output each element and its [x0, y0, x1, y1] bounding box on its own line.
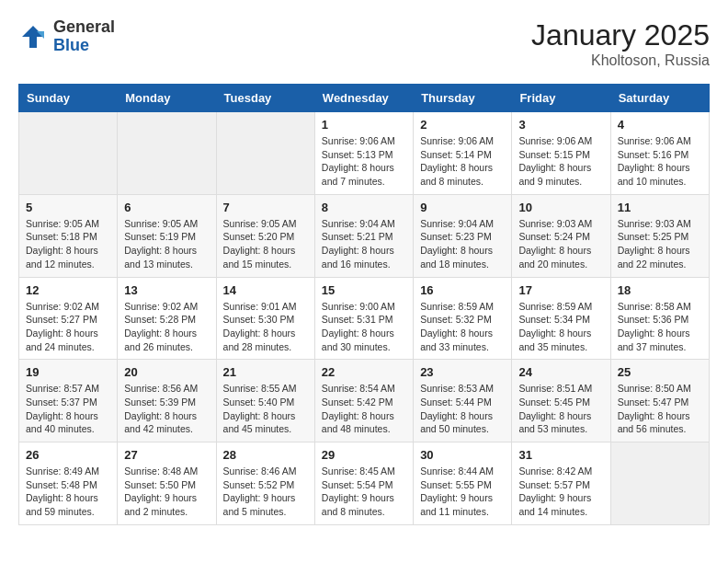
day-info: Sunrise: 8:54 AM Sunset: 5:42 PM Dayligh…	[322, 382, 406, 436]
day-number: 1	[322, 118, 406, 132]
day-info: Sunrise: 8:42 AM Sunset: 5:57 PM Dayligh…	[518, 465, 603, 519]
day-number: 25	[618, 365, 702, 379]
location-subtitle: Kholtoson, Russia	[531, 52, 710, 69]
day-number: 8	[322, 201, 406, 214]
calendar-header: SundayMondayTuesdayWednesdayThursdayFrid…	[19, 85, 710, 112]
day-number: 24	[518, 365, 603, 379]
day-number: 18	[618, 283, 702, 297]
day-cell: 5Sunrise: 9:05 AM Sunset: 5:18 PM Daylig…	[19, 194, 118, 277]
svg-marker-0	[22, 26, 44, 48]
weekday-row: SundayMondayTuesdayWednesdayThursdayFrid…	[19, 85, 710, 112]
weekday-header-saturday: Saturday	[610, 85, 709, 112]
day-cell: 4Sunrise: 9:06 AM Sunset: 5:16 PM Daylig…	[610, 112, 709, 195]
day-cell: 8Sunrise: 9:04 AM Sunset: 5:21 PM Daylig…	[314, 194, 413, 277]
day-info: Sunrise: 8:58 AM Sunset: 5:36 PM Dayligh…	[618, 300, 702, 354]
day-number: 13	[124, 283, 209, 297]
day-info: Sunrise: 8:53 AM Sunset: 5:44 PM Dayligh…	[420, 382, 505, 436]
day-cell: 16Sunrise: 8:59 AM Sunset: 5:32 PM Dayli…	[414, 277, 512, 360]
day-cell: 9Sunrise: 9:04 AM Sunset: 5:23 PM Daylig…	[414, 194, 512, 277]
day-info: Sunrise: 9:05 AM Sunset: 5:20 PM Dayligh…	[223, 217, 308, 271]
day-cell: 15Sunrise: 9:00 AM Sunset: 5:31 PM Dayli…	[314, 277, 413, 360]
day-info: Sunrise: 9:01 AM Sunset: 5:30 PM Dayligh…	[223, 300, 308, 354]
day-info: Sunrise: 9:03 AM Sunset: 5:25 PM Dayligh…	[618, 217, 702, 271]
day-number: 16	[420, 283, 505, 297]
day-number: 21	[223, 365, 308, 379]
day-info: Sunrise: 8:44 AM Sunset: 5:55 PM Dayligh…	[420, 465, 505, 519]
day-number: 5	[26, 201, 110, 214]
day-info: Sunrise: 8:46 AM Sunset: 5:52 PM Dayligh…	[223, 465, 308, 519]
title-block: January 2025 Kholtoson, Russia	[531, 18, 710, 69]
week-row-5: 26Sunrise: 8:49 AM Sunset: 5:48 PM Dayli…	[19, 442, 710, 525]
day-info: Sunrise: 9:06 AM Sunset: 5:14 PM Dayligh…	[420, 134, 505, 189]
day-info: Sunrise: 8:56 AM Sunset: 5:39 PM Dayligh…	[124, 382, 209, 436]
day-cell: 7Sunrise: 9:05 AM Sunset: 5:20 PM Daylig…	[216, 194, 314, 277]
day-number: 20	[124, 365, 209, 379]
day-info: Sunrise: 9:04 AM Sunset: 5:21 PM Dayligh…	[322, 217, 406, 271]
day-info: Sunrise: 9:02 AM Sunset: 5:27 PM Dayligh…	[26, 300, 110, 354]
day-number: 23	[420, 365, 505, 379]
day-cell	[216, 112, 314, 195]
day-info: Sunrise: 9:06 AM Sunset: 5:15 PM Dayligh…	[518, 134, 603, 189]
day-cell: 14Sunrise: 9:01 AM Sunset: 5:30 PM Dayli…	[216, 277, 314, 360]
calendar-body: 1Sunrise: 9:06 AM Sunset: 5:13 PM Daylig…	[19, 112, 710, 525]
logo: General Blue	[18, 18, 115, 55]
day-info: Sunrise: 8:48 AM Sunset: 5:50 PM Dayligh…	[124, 465, 209, 519]
day-cell: 13Sunrise: 9:02 AM Sunset: 5:28 PM Dayli…	[118, 277, 216, 360]
day-number: 28	[223, 448, 308, 462]
day-number: 30	[420, 448, 505, 462]
day-number: 22	[322, 365, 406, 379]
day-cell: 29Sunrise: 8:45 AM Sunset: 5:54 PM Dayli…	[314, 442, 413, 525]
day-info: Sunrise: 9:04 AM Sunset: 5:23 PM Dayligh…	[420, 217, 505, 271]
weekday-header-monday: Monday	[118, 85, 216, 112]
day-info: Sunrise: 9:06 AM Sunset: 5:13 PM Dayligh…	[322, 134, 406, 189]
weekday-header-tuesday: Tuesday	[216, 85, 314, 112]
day-info: Sunrise: 9:03 AM Sunset: 5:24 PM Dayligh…	[518, 217, 603, 271]
day-cell: 6Sunrise: 9:05 AM Sunset: 5:19 PM Daylig…	[118, 194, 216, 277]
day-cell: 30Sunrise: 8:44 AM Sunset: 5:55 PM Dayli…	[414, 442, 512, 525]
page-header: General Blue January 2025 Kholtoson, Rus…	[18, 18, 710, 69]
day-number: 7	[223, 201, 308, 214]
week-row-3: 12Sunrise: 9:02 AM Sunset: 5:27 PM Dayli…	[19, 277, 710, 360]
day-info: Sunrise: 9:02 AM Sunset: 5:28 PM Dayligh…	[124, 300, 209, 354]
day-cell: 1Sunrise: 9:06 AM Sunset: 5:13 PM Daylig…	[314, 112, 413, 195]
day-info: Sunrise: 9:06 AM Sunset: 5:16 PM Dayligh…	[618, 134, 702, 189]
day-cell: 28Sunrise: 8:46 AM Sunset: 5:52 PM Dayli…	[216, 442, 314, 525]
day-cell	[19, 112, 118, 195]
day-info: Sunrise: 8:50 AM Sunset: 5:47 PM Dayligh…	[618, 382, 702, 436]
day-cell: 2Sunrise: 9:06 AM Sunset: 5:14 PM Daylig…	[414, 112, 512, 195]
day-cell: 11Sunrise: 9:03 AM Sunset: 5:25 PM Dayli…	[610, 194, 709, 277]
day-cell: 26Sunrise: 8:49 AM Sunset: 5:48 PM Dayli…	[19, 442, 118, 525]
day-number: 10	[518, 201, 603, 214]
day-cell: 24Sunrise: 8:51 AM Sunset: 5:45 PM Dayli…	[512, 360, 610, 442]
day-info: Sunrise: 9:05 AM Sunset: 5:18 PM Dayligh…	[26, 217, 110, 271]
weekday-header-sunday: Sunday	[19, 85, 118, 112]
day-cell: 23Sunrise: 8:53 AM Sunset: 5:44 PM Dayli…	[414, 360, 512, 442]
day-info: Sunrise: 8:59 AM Sunset: 5:34 PM Dayligh…	[518, 300, 603, 354]
day-number: 2	[420, 118, 505, 132]
day-info: Sunrise: 9:05 AM Sunset: 5:19 PM Dayligh…	[124, 217, 209, 271]
day-cell: 10Sunrise: 9:03 AM Sunset: 5:24 PM Dayli…	[512, 194, 610, 277]
weekday-header-friday: Friday	[512, 85, 610, 112]
day-number: 9	[420, 201, 505, 214]
day-info: Sunrise: 8:55 AM Sunset: 5:40 PM Dayligh…	[223, 382, 308, 436]
day-number: 3	[518, 118, 603, 132]
weekday-header-thursday: Thursday	[414, 85, 512, 112]
weekday-header-wednesday: Wednesday	[314, 85, 413, 112]
logo-icon	[18, 22, 48, 52]
day-number: 14	[223, 283, 308, 297]
day-number: 29	[322, 448, 406, 462]
day-cell: 31Sunrise: 8:42 AM Sunset: 5:57 PM Dayli…	[512, 442, 610, 525]
day-info: Sunrise: 9:00 AM Sunset: 5:31 PM Dayligh…	[322, 300, 406, 354]
logo-blue-text: Blue	[53, 37, 115, 55]
day-cell: 21Sunrise: 8:55 AM Sunset: 5:40 PM Dayli…	[216, 360, 314, 442]
day-number: 17	[518, 283, 603, 297]
day-number: 26	[26, 448, 110, 462]
day-cell: 3Sunrise: 9:06 AM Sunset: 5:15 PM Daylig…	[512, 112, 610, 195]
day-cell: 18Sunrise: 8:58 AM Sunset: 5:36 PM Dayli…	[610, 277, 709, 360]
day-cell: 25Sunrise: 8:50 AM Sunset: 5:47 PM Dayli…	[610, 360, 709, 442]
day-number: 4	[618, 118, 702, 132]
day-cell	[610, 442, 709, 525]
month-year-title: January 2025	[531, 18, 710, 52]
day-info: Sunrise: 8:49 AM Sunset: 5:48 PM Dayligh…	[26, 465, 110, 519]
week-row-4: 19Sunrise: 8:57 AM Sunset: 5:37 PM Dayli…	[19, 360, 710, 442]
